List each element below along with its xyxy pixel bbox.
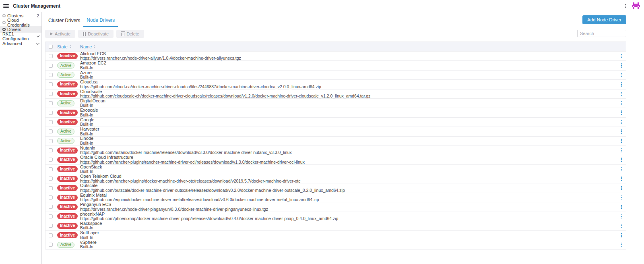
row-checkbox[interactable] bbox=[49, 82, 53, 86]
row-actions-kebab-icon[interactable] bbox=[619, 81, 624, 88]
row-actions-kebab-icon[interactable] bbox=[619, 156, 624, 164]
row-checkbox[interactable] bbox=[49, 92, 53, 96]
sort-icon[interactable] bbox=[69, 45, 72, 48]
row-checkbox[interactable] bbox=[49, 111, 53, 115]
driver-source: https://github.com/rancher-plugins/docke… bbox=[80, 179, 619, 183]
table-row: Active DigitalOcean Built-In bbox=[45, 98, 626, 108]
driver-name-link[interactable]: Open Telekom Cloud bbox=[80, 174, 619, 179]
row-checkbox[interactable] bbox=[49, 101, 53, 105]
row-actions-kebab-icon[interactable] bbox=[619, 128, 624, 135]
row-actions-kebab-icon[interactable] bbox=[619, 109, 624, 116]
driver-source: https://github.com/phoenixnap/docker-mac… bbox=[80, 216, 619, 221]
row-actions-kebab-icon[interactable] bbox=[619, 71, 624, 79]
row-actions-kebab-icon[interactable] bbox=[619, 166, 624, 173]
driver-name-link[interactable]: Exoscale bbox=[80, 108, 619, 113]
row-actions-kebab-icon[interactable] bbox=[619, 203, 624, 211]
menu-hamburger-icon[interactable] bbox=[3, 4, 9, 8]
sidebar-group-rke1-configuration[interactable]: RKE1 Configuration bbox=[0, 33, 41, 40]
deactivate-button[interactable]: Deactivate bbox=[78, 30, 114, 38]
driver-name-link[interactable]: Rackspace bbox=[80, 221, 619, 226]
table-row: Inactive Cloudscale https://github.com/c… bbox=[45, 89, 626, 98]
row-actions-kebab-icon[interactable] bbox=[619, 231, 624, 239]
driver-source: Built-In bbox=[80, 103, 619, 108]
row-actions-kebab-icon[interactable] bbox=[619, 62, 624, 69]
tab-cluster-drivers[interactable]: Cluster Drivers bbox=[45, 15, 83, 27]
user-avatar[interactable] bbox=[632, 2, 640, 9]
driver-name-link[interactable]: SoftLayer bbox=[80, 231, 619, 235]
select-all-checkbox[interactable] bbox=[49, 45, 53, 49]
row-checkbox[interactable] bbox=[49, 54, 53, 58]
sidebar-group-label: Advanced bbox=[2, 41, 22, 46]
activate-button[interactable]: Activate bbox=[45, 30, 75, 38]
row-checkbox[interactable] bbox=[49, 224, 53, 228]
row-checkbox[interactable] bbox=[49, 195, 53, 200]
state-badge: Inactive bbox=[57, 204, 78, 210]
row-actions-kebab-icon[interactable] bbox=[619, 222, 624, 230]
driver-source: Built-In bbox=[80, 122, 619, 127]
driver-source: Built-In bbox=[80, 245, 619, 249]
column-header-state[interactable]: State bbox=[57, 44, 68, 49]
row-checkbox[interactable] bbox=[49, 129, 53, 133]
row-checkbox[interactable] bbox=[49, 177, 53, 181]
table-row: Inactive Exoscale Built-In bbox=[45, 108, 626, 117]
search-input[interactable] bbox=[577, 30, 626, 37]
row-checkbox[interactable] bbox=[49, 214, 53, 218]
row-actions-kebab-icon[interactable] bbox=[619, 175, 624, 183]
row-checkbox[interactable] bbox=[49, 139, 53, 143]
row-checkbox[interactable] bbox=[49, 243, 53, 247]
row-actions-kebab-icon[interactable] bbox=[619, 52, 624, 60]
driver-name-link[interactable]: Linode bbox=[80, 136, 619, 141]
table-row: Active Harvester Built-In bbox=[45, 127, 626, 136]
row-checkbox[interactable] bbox=[49, 167, 53, 171]
drivers-table: State Name Inactive Alicloud ECS https:/… bbox=[45, 42, 626, 249]
driver-name-link[interactable]: DigitalOcean bbox=[80, 99, 619, 104]
add-node-driver-button[interactable]: Add Node Driver bbox=[582, 15, 626, 24]
row-actions-kebab-icon[interactable] bbox=[619, 184, 624, 192]
row-checkbox[interactable] bbox=[49, 186, 53, 190]
row-checkbox[interactable] bbox=[49, 158, 53, 162]
table-row: Active Linode Built-In bbox=[45, 136, 626, 146]
sort-icon[interactable] bbox=[93, 45, 96, 48]
driver-name-link[interactable]: Cloud.ca bbox=[80, 80, 619, 85]
table-row: Inactive Equinix Metal https://github.co… bbox=[45, 193, 626, 202]
driver-source: Built-In bbox=[80, 75, 619, 79]
cloud-credentials-icon bbox=[2, 21, 6, 24]
driver-name-link[interactable]: Azure bbox=[80, 71, 619, 75]
row-actions-kebab-icon[interactable] bbox=[619, 90, 624, 98]
driver-source: https://drivers.rancher.cn/node-driver-a… bbox=[80, 56, 619, 60]
row-checkbox[interactable] bbox=[49, 205, 53, 209]
row-checkbox[interactable] bbox=[49, 73, 53, 77]
row-checkbox[interactable] bbox=[49, 148, 53, 152]
row-actions-kebab-icon[interactable] bbox=[619, 147, 624, 154]
row-checkbox[interactable] bbox=[49, 233, 53, 237]
driver-source: https://github.com/cloudscale-ch/docker-… bbox=[80, 94, 619, 98]
main-content: Cluster Drivers Node Drivers Add Node Dr… bbox=[45, 12, 626, 264]
row-actions-kebab-icon[interactable] bbox=[619, 213, 624, 220]
row-actions-kebab-icon[interactable] bbox=[619, 194, 624, 202]
table-row: Inactive Pinganyun ECS https://drivers.r… bbox=[45, 202, 626, 211]
driver-name-link[interactable]: Google bbox=[80, 118, 619, 123]
driver-name-link[interactable]: OpenStack bbox=[80, 165, 619, 170]
row-checkbox[interactable] bbox=[49, 120, 53, 124]
row-actions-kebab-icon[interactable] bbox=[619, 137, 624, 145]
sidebar-item-cloud-credentials[interactable]: Cloud Credentials bbox=[0, 19, 41, 26]
column-header-name[interactable]: Name bbox=[80, 44, 92, 49]
tab-node-drivers[interactable]: Node Drivers bbox=[83, 15, 118, 27]
clusters-icon bbox=[2, 14, 6, 17]
topbar-kebab-icon[interactable] bbox=[624, 3, 627, 9]
delete-button[interactable]: Delete bbox=[116, 30, 144, 38]
state-badge: Active bbox=[57, 242, 74, 248]
sidebar: Clusters 2 Cloud Credentials Drivers RKE… bbox=[0, 12, 42, 264]
top-bar: Cluster Management bbox=[0, 0, 644, 12]
row-actions-kebab-icon[interactable] bbox=[619, 100, 624, 107]
driver-name-link[interactable]: Amazon EC2 bbox=[80, 61, 619, 66]
table-row: Inactive Google Built-In bbox=[45, 117, 626, 127]
driver-name-link[interactable]: Pinganyun ECS bbox=[80, 202, 619, 207]
row-checkbox[interactable] bbox=[49, 64, 53, 68]
activate-label: Activate bbox=[55, 31, 70, 36]
driver-name-link[interactable]: vSphere bbox=[80, 240, 619, 245]
row-actions-kebab-icon[interactable] bbox=[619, 118, 624, 126]
driver-source: Built-In bbox=[80, 169, 619, 174]
driver-name-link[interactable]: Harvester bbox=[80, 127, 619, 132]
row-actions-kebab-icon[interactable] bbox=[619, 241, 624, 249]
